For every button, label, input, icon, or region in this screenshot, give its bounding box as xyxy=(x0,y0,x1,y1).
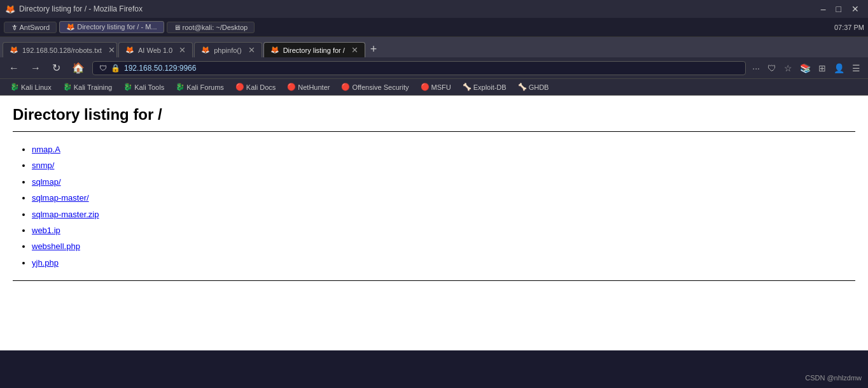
file-link-3[interactable]: sqlmap-master/ xyxy=(32,193,89,203)
bookmark-msfu[interactable]: 🔴 MSFU xyxy=(416,82,456,92)
terminal-icon: 🖥 xyxy=(174,24,181,31)
nethunter-icon: 🔴 xyxy=(287,83,296,91)
file-link-2[interactable]: sqlmap/ xyxy=(32,177,61,187)
kali-linux-icon: 🐉 xyxy=(10,83,19,91)
close-button[interactable]: ✕ xyxy=(848,4,863,14)
bookmark-ghdb[interactable]: 🦴 GHDB xyxy=(513,82,554,92)
tab-icon-dirlisting: 🦊 xyxy=(270,46,279,54)
tab-dirlisting[interactable]: 🦊 Directory listing for / ✕ xyxy=(263,42,365,57)
taskbar-item-antsword[interactable]: 🗡 AntSword xyxy=(4,22,57,33)
kali-training-icon: 🐉 xyxy=(63,83,72,91)
synced-tabs-button[interactable]: ⊞ xyxy=(816,62,829,75)
bookmark-kali-tools[interactable]: 🐉 Kali Tools xyxy=(118,82,169,92)
page-title: Directory listing for / xyxy=(13,106,855,124)
forward-button[interactable]: → xyxy=(27,61,45,75)
bookmark-offensive-security[interactable]: 🔴 Offensive Security xyxy=(336,82,414,92)
offensive-security-icon: 🔴 xyxy=(341,83,350,91)
maximize-button[interactable]: □ xyxy=(832,4,845,14)
tab-icon-aiweb: 🦊 xyxy=(125,46,134,54)
list-item: snmp/ xyxy=(32,158,855,173)
taskbar-items: 🗡 AntSword 🦊 Directory listing for / - M… xyxy=(4,21,832,33)
list-item: sqlmap-master/ xyxy=(32,190,855,205)
kali-forums-icon: 🐉 xyxy=(176,83,185,91)
back-button[interactable]: ← xyxy=(5,61,23,75)
shield-verify-button[interactable]: 🛡 xyxy=(765,62,779,75)
tab-close-phpinfo[interactable]: ✕ xyxy=(248,45,255,55)
file-list: nmap.Asnmp/sqlmap/sqlmap-master/sqlmap-m… xyxy=(13,142,855,270)
sidebar-button[interactable]: 📚 xyxy=(797,62,813,75)
list-item: sqlmap/ xyxy=(32,175,855,189)
url-text: 192.168.50.129:9966 xyxy=(124,64,196,73)
bookmark-nethunter[interactable]: 🔴 NetHunter xyxy=(282,82,335,92)
home-button[interactable]: 🏠 xyxy=(68,61,88,75)
window-controls: – □ ✕ xyxy=(817,4,863,14)
system-bar: 🗡 AntSword 🦊 Directory listing for / - M… xyxy=(0,18,868,37)
taskbar-item-terminal[interactable]: 🖥 root@kali: ~/Desktop xyxy=(167,22,255,33)
file-link-7[interactable]: yjh.php xyxy=(32,258,59,268)
title-bar-title: Directory listing for / - Mozilla Firefo… xyxy=(19,4,143,13)
separator-bottom xyxy=(13,280,855,281)
shield-icon: 🛡 xyxy=(99,64,107,73)
tab-close-robots[interactable]: ✕ xyxy=(108,45,115,55)
tab-icon-robots: 🦊 xyxy=(10,46,18,54)
separator-top xyxy=(13,131,855,132)
bookmarks-bar: 🐉 Kali Linux 🐉 Kali Training 🐉 Kali Tool… xyxy=(0,79,868,96)
file-link-6[interactable]: webshell.php xyxy=(32,241,80,251)
taskbar-item-firefox[interactable]: 🦊 Directory listing for / - M... xyxy=(59,21,164,33)
firefox-taskbar-icon: 🦊 xyxy=(66,23,75,31)
system-time: 07:37 PM xyxy=(834,24,864,31)
bookmark-exploit-db[interactable]: 🦴 Exploit-DB xyxy=(458,82,512,92)
tab-phpinfo[interactable]: 🦊 phpinfo() ✕ xyxy=(194,42,262,57)
page-content: Directory listing for / nmap.Asnmp/sqlma… xyxy=(0,96,868,350)
list-item: webshell.php xyxy=(32,239,855,254)
bookmark-kali-docs[interactable]: 🔴 Kali Docs xyxy=(230,82,281,92)
bookmark-star-button[interactable]: ☆ xyxy=(781,62,795,75)
more-button[interactable]: ··· xyxy=(750,62,762,75)
tab-icon-phpinfo: 🦊 xyxy=(201,46,210,54)
kali-docs-icon: 🔴 xyxy=(235,83,244,91)
bookmark-kali-linux[interactable]: 🐉 Kali Linux xyxy=(5,82,57,92)
new-tab-button[interactable]: + xyxy=(367,43,381,56)
lock-icon: 🔒 xyxy=(111,64,120,73)
tab-close-dirlisting[interactable]: ✕ xyxy=(351,45,358,55)
title-bar: 🦊 Directory listing for / - Mozilla Fire… xyxy=(0,0,868,18)
list-item: web1.ip xyxy=(32,223,855,238)
antsword-icon: 🗡 xyxy=(11,24,18,31)
list-item: sqlmap-master.zip xyxy=(32,207,855,222)
nav-bar: ← → ↻ 🏠 🛡 🔒 192.168.50.129:9966 ··· 🛡 ☆ … xyxy=(0,57,868,79)
bookmark-kali-training[interactable]: 🐉 Kali Training xyxy=(58,82,118,92)
tab-aiweb[interactable]: 🦊 AI Web 1.0 ✕ xyxy=(118,42,193,57)
firefox-logo: 🦊 xyxy=(5,4,15,14)
profile-button[interactable]: 👤 xyxy=(831,62,847,75)
tab-robots[interactable]: 🦊 192.168.50.128/robots.txt ✕ xyxy=(3,42,117,57)
exploit-db-icon: 🦴 xyxy=(463,83,472,91)
tab-close-aiweb[interactable]: ✕ xyxy=(179,45,186,55)
ghdb-icon: 🦴 xyxy=(518,83,527,91)
file-link-5[interactable]: web1.ip xyxy=(32,226,60,235)
reload-button[interactable]: ↻ xyxy=(48,61,64,75)
file-link-4[interactable]: sqlmap-master.zip xyxy=(32,210,99,219)
file-link-0[interactable]: nmap.A xyxy=(32,145,60,154)
msfu-icon: 🔴 xyxy=(421,83,430,91)
address-bar[interactable]: 🛡 🔒 192.168.50.129:9966 xyxy=(92,61,746,75)
nav-extras: ··· 🛡 ☆ 📚 ⊞ 👤 ☰ xyxy=(750,62,863,75)
menu-button[interactable]: ☰ xyxy=(850,62,863,75)
minimize-button[interactable]: – xyxy=(817,4,830,14)
list-item: nmap.A xyxy=(32,142,855,157)
bookmark-kali-forums[interactable]: 🐉 Kali Forums xyxy=(171,82,229,92)
list-item: yjh.php xyxy=(32,255,855,270)
tab-bar: 🦊 192.168.50.128/robots.txt ✕ 🦊 AI Web 1… xyxy=(0,37,868,57)
file-link-1[interactable]: snmp/ xyxy=(32,161,54,170)
kali-tools-icon: 🐉 xyxy=(123,83,132,91)
